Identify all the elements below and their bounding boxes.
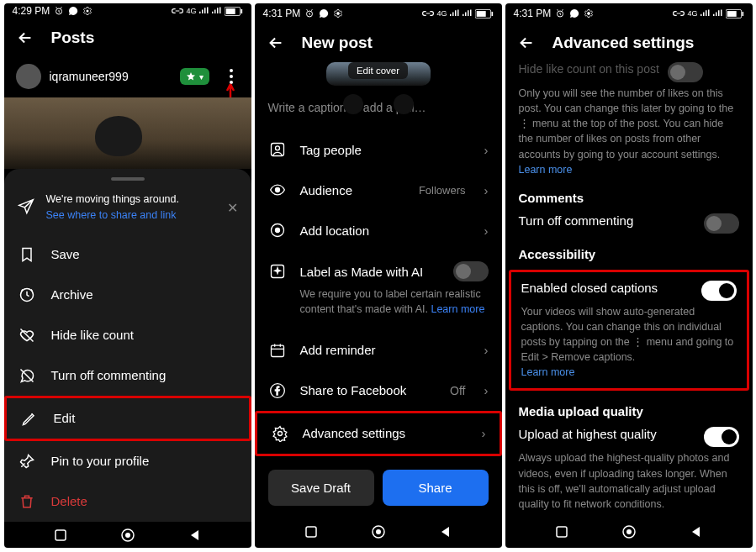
chevron-down-icon: ▾ bbox=[199, 72, 204, 81]
battery-icon bbox=[726, 9, 744, 18]
opt-value: Followers bbox=[419, 184, 466, 197]
chevron-right-icon: › bbox=[484, 223, 489, 238]
back-button[interactable] bbox=[267, 34, 285, 52]
back-button[interactable] bbox=[517, 34, 536, 52]
alarm-icon bbox=[54, 6, 64, 16]
svg-rect-3 bbox=[225, 8, 235, 14]
menu-edit[interactable]: Edit bbox=[4, 396, 251, 441]
opt-add-reminder[interactable]: Add reminder › bbox=[255, 330, 502, 371]
calendar-icon bbox=[268, 341, 287, 360]
opt-advanced-settings[interactable]: Advanced settings › bbox=[255, 411, 502, 456]
nav-back[interactable] bbox=[435, 521, 457, 543]
opt-value: Off bbox=[450, 384, 465, 397]
opt-add-location[interactable]: Add location › bbox=[255, 210, 502, 250]
caption-input[interactable]: Write a caption or add a poll… bbox=[255, 89, 502, 129]
save-draft-button[interactable]: Save Draft bbox=[268, 470, 374, 506]
chevron-right-icon: › bbox=[482, 426, 486, 440]
hide-like-block: Hide like count on this post Only you wi… bbox=[519, 62, 739, 177]
opt-ai-label[interactable]: Label as Made with AI bbox=[255, 250, 502, 285]
sheet-handle[interactable] bbox=[111, 177, 145, 181]
chevron-right-icon: › bbox=[484, 143, 489, 157]
ai-toggle[interactable] bbox=[453, 261, 489, 281]
location-icon bbox=[268, 221, 287, 239]
pin-icon bbox=[18, 452, 36, 471]
header: Advanced settings bbox=[505, 24, 753, 62]
menu-archive[interactable]: Archive bbox=[4, 275, 251, 315]
status-bar: 4:29 PM 4G bbox=[4, 3, 251, 18]
status-time: 4:31 PM bbox=[514, 8, 552, 19]
comment-off-icon bbox=[18, 366, 36, 385]
menu-save[interactable]: Save bbox=[4, 234, 251, 275]
signal-icon-2 bbox=[212, 7, 222, 15]
svg-rect-23 bbox=[306, 527, 316, 537]
nav-home[interactable] bbox=[117, 524, 139, 546]
banner-link[interactable]: See where to share and link bbox=[46, 208, 215, 223]
svg-rect-29 bbox=[727, 11, 736, 17]
edit-cover-label[interactable]: Edit cover bbox=[348, 62, 408, 79]
paper-plane-icon bbox=[18, 198, 34, 218]
chevron-right-icon: › bbox=[484, 383, 489, 397]
nav-back[interactable] bbox=[184, 524, 206, 546]
svg-rect-12 bbox=[476, 11, 485, 17]
battery-icon bbox=[475, 9, 494, 18]
avatar[interactable] bbox=[16, 64, 41, 89]
signal-icon-2 bbox=[713, 9, 723, 18]
svg-rect-14 bbox=[271, 144, 283, 156]
nav-home[interactable] bbox=[618, 521, 640, 543]
page-title: Advanced settings bbox=[552, 34, 695, 52]
svg-rect-4 bbox=[241, 9, 242, 13]
opt-label: Advanced settings bbox=[303, 426, 406, 440]
nav-back[interactable] bbox=[685, 521, 707, 543]
trash-icon bbox=[18, 492, 36, 511]
nav-recent[interactable] bbox=[300, 521, 322, 543]
opt-label: Add location bbox=[300, 223, 370, 238]
gear-icon bbox=[333, 8, 343, 18]
gear-icon bbox=[82, 6, 93, 16]
opt-share-facebook[interactable]: Share to Facebook Off › bbox=[255, 371, 502, 411]
whatsapp-icon bbox=[569, 8, 579, 18]
highest-quality-toggle[interactable] bbox=[704, 427, 739, 447]
back-button[interactable] bbox=[16, 29, 34, 47]
svg-point-8 bbox=[125, 533, 130, 538]
share-button[interactable]: Share bbox=[383, 470, 489, 506]
pencil-icon bbox=[20, 409, 39, 428]
close-icon[interactable]: ✕ bbox=[227, 200, 238, 216]
nav-recent[interactable] bbox=[50, 524, 71, 546]
comments-toggle[interactable] bbox=[704, 213, 739, 234]
closed-captions-block: Enabled closed captions Your videos will… bbox=[509, 270, 749, 392]
nav-home[interactable] bbox=[367, 521, 389, 543]
svg-point-22 bbox=[278, 431, 282, 435]
learn-more-link[interactable]: Learn more bbox=[519, 164, 573, 176]
battery-icon bbox=[225, 7, 243, 16]
closed-captions-toggle[interactable] bbox=[701, 281, 737, 301]
cover-thumb[interactable]: Edit cover bbox=[326, 62, 431, 86]
signal-icon bbox=[199, 7, 209, 15]
menu-pin-to-profile[interactable]: Pin to your profile bbox=[4, 441, 251, 481]
opt-tag-people[interactable]: Tag people › bbox=[255, 129, 502, 170]
post-image[interactable] bbox=[4, 97, 251, 169]
hide-like-toggle[interactable] bbox=[668, 62, 703, 82]
svg-rect-31 bbox=[557, 527, 567, 537]
signal-4g-icon: 4G bbox=[186, 7, 196, 15]
svg-rect-30 bbox=[742, 11, 743, 15]
menu-label: Edit bbox=[54, 411, 76, 425]
hide-like-desc: Only you will see the number of likes on… bbox=[519, 87, 734, 176]
username[interactable]: iqramuneer999 bbox=[50, 70, 172, 83]
more-options-button[interactable] bbox=[223, 69, 240, 84]
archive-icon bbox=[18, 286, 36, 304]
alarm-icon bbox=[555, 8, 565, 18]
opt-audience[interactable]: Audience Followers › bbox=[255, 170, 502, 210]
opt-label: Tag people bbox=[300, 143, 362, 157]
nav-recent[interactable] bbox=[551, 521, 573, 543]
menu-delete[interactable]: Delete bbox=[4, 481, 251, 522]
header: Posts bbox=[4, 18, 251, 57]
menu-hide-like-count[interactable]: Hide like count bbox=[4, 315, 251, 355]
status-bar: 4:31 PM 4G bbox=[255, 3, 502, 24]
gear-icon bbox=[584, 8, 594, 18]
close-friends-badge[interactable]: ▾ bbox=[180, 68, 209, 85]
person-tag-icon bbox=[268, 140, 287, 159]
learn-more-link[interactable]: Learn more bbox=[521, 366, 575, 378]
whatsapp-icon bbox=[319, 8, 329, 18]
menu-turn-off-commenting[interactable]: Turn off commenting bbox=[4, 355, 251, 396]
learn-more-link[interactable]: Learn more bbox=[431, 303, 484, 315]
